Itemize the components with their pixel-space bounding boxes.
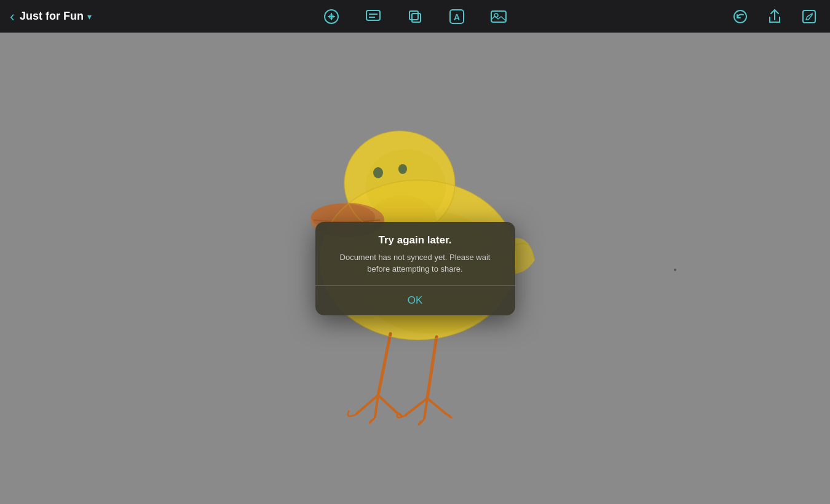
toolbar-left: ‹ Just for Fun ▾ <box>10 8 92 25</box>
alert-dialog: Try again later. Document has not synced… <box>315 222 515 315</box>
undo-icon[interactable] <box>729 6 751 28</box>
text-bubble-icon[interactable] <box>362 6 384 28</box>
alert-overlay: Try again later. Document has not synced… <box>0 33 830 504</box>
layers-icon[interactable] <box>404 6 426 28</box>
share-icon[interactable] <box>764 6 786 28</box>
svg-text:A: A <box>454 12 460 22</box>
alert-message: Document has not synced yet. Please wait… <box>330 251 500 275</box>
svg-rect-5 <box>409 11 418 20</box>
svg-rect-12 <box>803 10 815 23</box>
toolbar-center-icons: A <box>320 6 510 28</box>
photo-icon[interactable] <box>488 6 510 28</box>
svg-rect-6 <box>412 14 421 22</box>
toolbar-right-icons <box>729 6 820 28</box>
edit-icon[interactable] <box>798 6 820 28</box>
pen-tool-icon[interactable] <box>320 6 342 28</box>
alert-content: Try again later. Document has not synced… <box>315 222 515 285</box>
svg-point-11 <box>734 10 746 23</box>
title-chevron-icon[interactable]: ▾ <box>87 12 92 22</box>
back-button[interactable]: ‹ <box>10 8 15 25</box>
ok-button[interactable]: OK <box>315 286 515 315</box>
text-format-icon[interactable]: A <box>446 6 468 28</box>
svg-rect-2 <box>366 10 380 20</box>
canvas-area: Try again later. Document has not synced… <box>0 33 830 504</box>
alert-title: Try again later. <box>330 234 500 246</box>
svg-rect-9 <box>491 11 506 22</box>
document-title: Just for Fun <box>20 10 84 23</box>
toolbar: ‹ Just for Fun ▾ <box>0 0 830 33</box>
